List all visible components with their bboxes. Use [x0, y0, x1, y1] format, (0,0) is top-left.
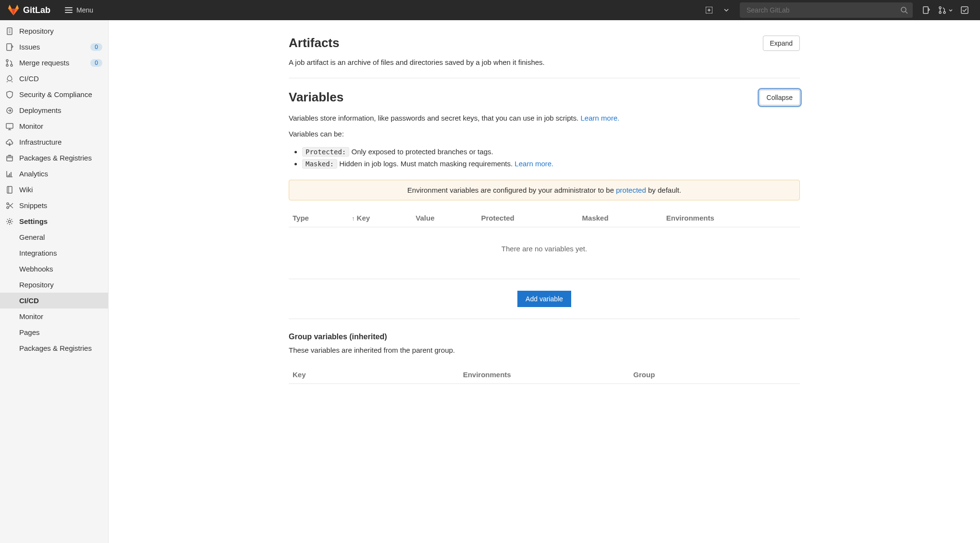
variables-col-protected[interactable]: Protected [477, 209, 578, 227]
sidebar-item-security-compliance[interactable]: Security & Compliance [0, 86, 108, 102]
variables-col-type[interactable]: Type [289, 209, 348, 227]
sidebar-sub-integrations[interactable]: Integrations [0, 245, 108, 261]
issues-icon [6, 43, 13, 51]
artifacts-title: Artifacts [289, 36, 763, 50]
svg-rect-2 [923, 7, 928, 13]
sidebar-item-label: Packages & Registries [19, 154, 92, 162]
merge-icon [939, 6, 947, 14]
variables-collapse-button[interactable]: Collapse [760, 90, 800, 105]
issues-icon [922, 6, 930, 14]
sidebar-sub-monitor[interactable]: Monitor [0, 309, 108, 324]
checkbox-icon [961, 6, 968, 14]
sidebar-item-label: Analytics [19, 170, 48, 178]
sidebar-item-ci-cd[interactable]: CI/CD [0, 71, 108, 86]
group-variables-table: KeyEnvironmentsGroup [289, 366, 800, 384]
merge-icon [6, 59, 13, 67]
create-new-dropdown[interactable] [719, 2, 734, 18]
add-variable-button[interactable]: Add variable [517, 291, 571, 307]
sidebar-item-issues[interactable]: Issues0 [0, 39, 108, 55]
protected-bullet: Protected: Only exposed to protected bra… [302, 146, 800, 158]
sidebar-item-wiki[interactable]: Wiki [0, 182, 108, 197]
group-col-group[interactable]: Group [629, 366, 800, 384]
sidebar-item-repository[interactable]: Repository [0, 23, 108, 39]
sidebar-sub-webhooks[interactable]: Webhooks [0, 261, 108, 277]
sidebar-item-snippets[interactable]: Snippets [0, 197, 108, 213]
sidebar-item-deployments[interactable]: Deployments [0, 102, 108, 118]
sidebar-sub-ci-cd[interactable]: CI/CD [0, 293, 108, 309]
sidebar-item-analytics[interactable]: Analytics [0, 166, 108, 182]
sidebar-item-label: Merge requests [19, 59, 69, 67]
variables-col-key[interactable]: ↑Key [348, 209, 412, 227]
artifacts-expand-button[interactable]: Expand [763, 36, 800, 51]
sidebar-sub-label: Packages & Registries [19, 344, 92, 352]
sidebar-sub-label: General [19, 233, 45, 241]
rocket-icon [6, 75, 13, 83]
svg-point-11 [11, 64, 12, 66]
sidebar: RepositoryIssues0Merge requests0CI/CDSec… [0, 20, 109, 543]
sort-asc-icon: ↑ [352, 215, 355, 222]
svg-rect-6 [961, 7, 968, 13]
masked-learn-more-link[interactable]: Learn more. [514, 160, 553, 168]
package-icon [6, 154, 13, 162]
create-new-button[interactable] [701, 2, 717, 18]
sidebar-item-merge-requests[interactable]: Merge requests0 [0, 55, 108, 71]
protected-link[interactable]: protected [616, 186, 646, 194]
sidebar-item-infrastructure[interactable]: Infrastructure [0, 134, 108, 150]
menu-label: Menu [76, 6, 93, 14]
sidebar-item-monitor[interactable]: Monitor [0, 118, 108, 134]
gitlab-logo-icon [8, 4, 19, 16]
sidebar-item-label: Monitor [19, 122, 43, 130]
sidebar-sub-repository[interactable]: Repository [0, 277, 108, 293]
variables-title: Variables [289, 90, 343, 105]
menu-button[interactable]: Menu [60, 3, 98, 17]
variables-learn-more-link[interactable]: Learn more. [581, 114, 620, 122]
group-variables-desc: These variables are inherited from the p… [289, 346, 800, 354]
sidebar-sub-label: CI/CD [19, 296, 39, 305]
sidebar-sub-label: Integrations [19, 249, 57, 257]
svg-point-4 [939, 12, 941, 13]
sidebar-sub-general[interactable]: General [0, 229, 108, 245]
svg-rect-8 [7, 44, 12, 50]
sidebar-item-settings[interactable]: Settings [0, 213, 108, 229]
sidebar-item-label: Issues [19, 43, 40, 51]
sidebar-item-label: Snippets [19, 201, 47, 210]
brand-name: GitLab [23, 5, 50, 15]
masked-tag: Masked: [302, 159, 337, 169]
sidebar-item-label: Repository [19, 27, 54, 35]
chevron-down-icon [949, 9, 953, 12]
merge-requests-header-button[interactable] [936, 2, 955, 18]
svg-point-10 [6, 64, 8, 66]
svg-rect-15 [7, 186, 12, 193]
plus-square-icon [706, 7, 712, 13]
deploy-icon [6, 107, 13, 114]
svg-point-5 [943, 12, 945, 13]
sidebar-sub-pages[interactable]: Pages [0, 324, 108, 340]
variables-col-masked[interactable]: Masked [578, 209, 662, 227]
variables-col-environments[interactable]: Environments [662, 209, 800, 227]
main-content: Artifacts A job artifact is an archive o… [109, 20, 980, 543]
todo-header-button[interactable] [957, 2, 972, 18]
protected-alert: Environment variables are configured by … [289, 180, 800, 200]
group-col-environments[interactable]: Environments [459, 366, 630, 384]
book-icon [6, 186, 13, 194]
sidebar-sub-packages-registries[interactable]: Packages & Registries [0, 340, 108, 356]
sidebar-sub-label: Monitor [19, 312, 43, 321]
group-col-key[interactable]: Key [289, 366, 459, 384]
monitor-icon [6, 123, 13, 130]
scissors-icon [6, 202, 13, 210]
sidebar-item-label: Wiki [19, 185, 33, 194]
sidebar-item-label: CI/CD [19, 74, 39, 83]
sidebar-item-packages-registries[interactable]: Packages & Registries [0, 150, 108, 166]
svg-point-17 [7, 207, 9, 209]
search-input[interactable] [740, 2, 913, 18]
variables-table: Type↑KeyValueProtectedMaskedEnvironments… [289, 209, 800, 270]
svg-rect-14 [7, 156, 12, 161]
sidebar-sub-label: Repository [19, 281, 54, 289]
artifacts-section: Artifacts A job artifact is an archive o… [289, 36, 800, 78]
cloud-icon [6, 138, 13, 146]
sidebar-item-label: Security & Compliance [19, 90, 92, 99]
variables-col-value[interactable]: Value [412, 209, 477, 227]
group-variables-title: Group variables (inherited) [289, 333, 800, 341]
svg-point-1 [901, 7, 906, 12]
issues-header-button[interactable] [919, 2, 934, 18]
